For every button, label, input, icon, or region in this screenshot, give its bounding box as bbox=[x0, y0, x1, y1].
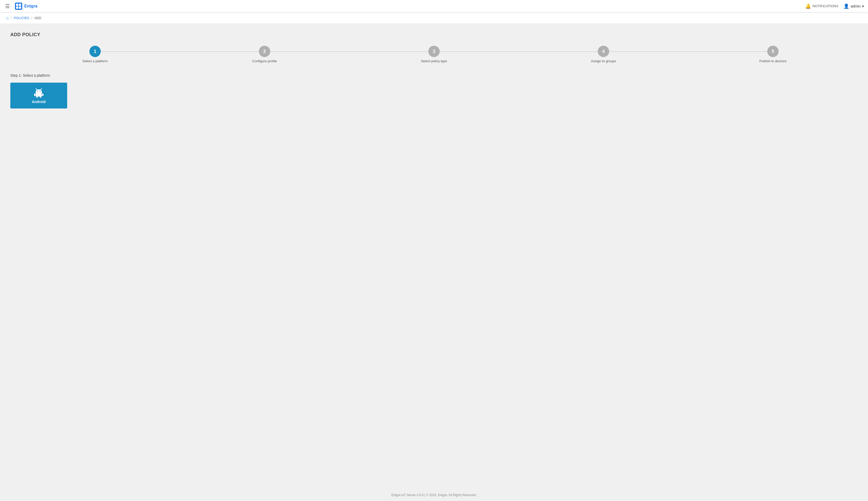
hamburger-button[interactable]: ☰ bbox=[4, 3, 11, 10]
step-instruction: Step 1: Select a platform bbox=[10, 73, 858, 77]
svg-rect-13 bbox=[40, 97, 41, 98]
breadcrumb-separator-1: / bbox=[11, 16, 12, 20]
step-1: 1 Select a platform bbox=[10, 46, 180, 63]
platform-card-android[interactable]: Android bbox=[10, 83, 67, 108]
breadcrumb-add-label: ADD bbox=[34, 16, 41, 20]
step-5-label: Publish to devices bbox=[760, 59, 787, 63]
top-nav-left: ☰ Entgra bbox=[4, 3, 38, 10]
step-4-circle: 4 bbox=[598, 46, 609, 57]
svg-line-6 bbox=[41, 88, 42, 90]
bell-icon: 🔔 bbox=[805, 3, 811, 9]
svg-rect-0 bbox=[15, 3, 22, 10]
step-3-circle: 3 bbox=[428, 46, 440, 57]
logo-area: Entgra bbox=[15, 3, 38, 10]
step-1-number: 1 bbox=[94, 49, 96, 54]
footer: Entgra IoT Server 4.0.0 | © 2020, Entgra… bbox=[0, 489, 868, 501]
footer-text: Entgra IoT Server 4.0.0 | © 2020, Entgra… bbox=[391, 493, 477, 497]
user-menu[interactable]: 👤 admin ▾ bbox=[844, 3, 864, 9]
step-5: 5 Publish to devices bbox=[688, 46, 858, 63]
notifications-button[interactable]: 🔔 NOTIFICATIONS bbox=[805, 3, 838, 9]
top-nav: ☰ Entgra 🔔 NOTIFICATIONS 👤 admin ▾ bbox=[0, 0, 868, 12]
step-5-number: 5 bbox=[772, 49, 774, 54]
user-icon: 👤 bbox=[844, 3, 849, 9]
svg-rect-10 bbox=[34, 94, 35, 96]
step-3-label: Select policy type bbox=[421, 59, 447, 63]
svg-rect-12 bbox=[36, 97, 38, 98]
svg-rect-2 bbox=[19, 4, 21, 6]
svg-rect-1 bbox=[16, 4, 18, 6]
step-2: 2 Configure profile bbox=[180, 46, 349, 63]
step-2-label: Configure profile bbox=[252, 59, 277, 63]
platform-grid: Android bbox=[10, 83, 858, 108]
platform-android-name: Android bbox=[32, 100, 46, 104]
step-3: 3 Select policy type bbox=[349, 46, 519, 63]
breadcrumb-policies-link[interactable]: POLICIES bbox=[14, 16, 29, 20]
hamburger-icon: ☰ bbox=[5, 3, 10, 9]
step-1-circle: 1 bbox=[89, 46, 101, 57]
step-3-number: 3 bbox=[433, 49, 435, 54]
step-4: 4 Assign to groups bbox=[519, 46, 688, 63]
user-dropdown-arrow: ▾ bbox=[862, 4, 864, 8]
svg-rect-4 bbox=[19, 7, 21, 9]
logo-icon bbox=[15, 3, 22, 10]
main-content: ADD POLICY 1 Select a platform 2 Configu… bbox=[0, 24, 868, 489]
breadcrumb-separator-2: / bbox=[31, 16, 32, 20]
step-4-number: 4 bbox=[602, 49, 605, 54]
step-2-circle: 2 bbox=[259, 46, 270, 57]
stepper: 1 Select a platform 2 Configure profile … bbox=[10, 46, 858, 63]
svg-line-5 bbox=[36, 88, 37, 90]
svg-rect-9 bbox=[36, 94, 42, 97]
top-nav-right: 🔔 NOTIFICATIONS 👤 admin ▾ bbox=[805, 3, 864, 9]
step-1-label: Select a platform bbox=[82, 59, 108, 63]
svg-rect-3 bbox=[16, 7, 18, 9]
svg-point-8 bbox=[40, 90, 41, 92]
svg-rect-11 bbox=[42, 94, 43, 96]
breadcrumb-home-icon[interactable]: ⌂ bbox=[6, 16, 9, 20]
android-icon bbox=[34, 87, 44, 98]
step-2-number: 2 bbox=[263, 49, 266, 54]
logo-text: Entgra bbox=[24, 4, 38, 9]
step-4-label: Assign to groups bbox=[591, 59, 616, 63]
page-title: ADD POLICY bbox=[10, 32, 858, 38]
breadcrumb: ⌂ / POLICIES / ADD bbox=[0, 12, 868, 24]
step-5-circle: 5 bbox=[767, 46, 779, 57]
notifications-label: NOTIFICATIONS bbox=[813, 4, 838, 8]
user-name: admin bbox=[851, 4, 860, 8]
svg-point-7 bbox=[37, 90, 38, 92]
